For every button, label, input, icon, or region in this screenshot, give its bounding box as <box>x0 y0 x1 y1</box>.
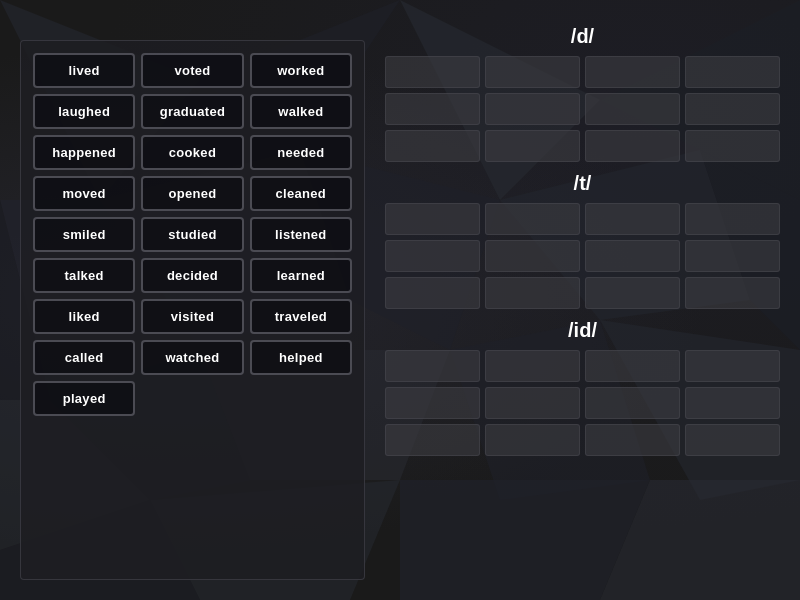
drop-cell[interactable] <box>585 350 680 382</box>
word-card[interactable]: walked <box>250 94 352 129</box>
drop-cell[interactable] <box>685 93 780 125</box>
drop-cell[interactable] <box>485 130 580 162</box>
word-card[interactable]: laughed <box>33 94 135 129</box>
category-title-t: /t/ <box>385 172 780 195</box>
word-card[interactable]: studied <box>141 217 243 252</box>
drop-cell[interactable] <box>585 387 680 419</box>
drop-grid-d <box>385 56 780 162</box>
drop-cell[interactable] <box>685 277 780 309</box>
word-card[interactable]: smiled <box>33 217 135 252</box>
drop-cell[interactable] <box>685 130 780 162</box>
word-card[interactable]: helped <box>250 340 352 375</box>
drop-panel: /d//t//id/ <box>385 20 780 580</box>
drop-cell[interactable] <box>585 203 680 235</box>
drop-cell[interactable] <box>385 203 480 235</box>
drop-cell[interactable] <box>585 56 680 88</box>
drop-grid-id <box>385 350 780 456</box>
drop-cell[interactable] <box>485 56 580 88</box>
drop-cell[interactable] <box>585 424 680 456</box>
drop-cell[interactable] <box>385 93 480 125</box>
word-card[interactable]: talked <box>33 258 135 293</box>
drop-cell[interactable] <box>685 203 780 235</box>
drop-cell[interactable] <box>585 240 680 272</box>
drop-cell[interactable] <box>385 56 480 88</box>
drop-cell[interactable] <box>385 350 480 382</box>
category-section-t: /t/ <box>385 172 780 309</box>
drop-cell[interactable] <box>585 93 680 125</box>
drop-cell[interactable] <box>685 424 780 456</box>
word-card[interactable]: watched <box>141 340 243 375</box>
drop-grid-t <box>385 203 780 309</box>
word-card[interactable]: graduated <box>141 94 243 129</box>
word-card[interactable]: listened <box>250 217 352 252</box>
category-section-id: /id/ <box>385 319 780 456</box>
drop-cell[interactable] <box>385 130 480 162</box>
word-card[interactable]: happened <box>33 135 135 170</box>
drop-cell[interactable] <box>385 387 480 419</box>
drop-cell[interactable] <box>585 130 680 162</box>
word-card[interactable]: called <box>33 340 135 375</box>
word-card[interactable]: played <box>33 381 135 416</box>
word-card[interactable]: visited <box>141 299 243 334</box>
drop-cell[interactable] <box>385 240 480 272</box>
word-card[interactable]: traveled <box>250 299 352 334</box>
drop-cell[interactable] <box>485 203 580 235</box>
main-container: livedvotedworkedlaughedgraduatedwalkedha… <box>0 0 800 600</box>
word-card[interactable]: cleaned <box>250 176 352 211</box>
word-card[interactable]: cooked <box>141 135 243 170</box>
category-section-d: /d/ <box>385 25 780 162</box>
word-card[interactable]: decided <box>141 258 243 293</box>
word-card[interactable]: learned <box>250 258 352 293</box>
drop-cell[interactable] <box>685 56 780 88</box>
drop-cell[interactable] <box>485 424 580 456</box>
drop-cell[interactable] <box>485 93 580 125</box>
drop-cell[interactable] <box>685 387 780 419</box>
drop-cell[interactable] <box>485 350 580 382</box>
word-card[interactable]: voted <box>141 53 243 88</box>
drop-cell[interactable] <box>685 240 780 272</box>
drop-cell[interactable] <box>385 277 480 309</box>
word-card[interactable]: opened <box>141 176 243 211</box>
word-card[interactable]: needed <box>250 135 352 170</box>
drop-cell[interactable] <box>385 424 480 456</box>
word-card[interactable]: worked <box>250 53 352 88</box>
category-title-id: /id/ <box>385 319 780 342</box>
drop-cell[interactable] <box>485 277 580 309</box>
category-title-d: /d/ <box>385 25 780 48</box>
drop-cell[interactable] <box>585 277 680 309</box>
word-card[interactable]: lived <box>33 53 135 88</box>
word-panel: livedvotedworkedlaughedgraduatedwalkedha… <box>20 40 365 580</box>
word-card[interactable]: liked <box>33 299 135 334</box>
drop-cell[interactable] <box>685 350 780 382</box>
word-card[interactable]: moved <box>33 176 135 211</box>
drop-cell[interactable] <box>485 387 580 419</box>
drop-cell[interactable] <box>485 240 580 272</box>
